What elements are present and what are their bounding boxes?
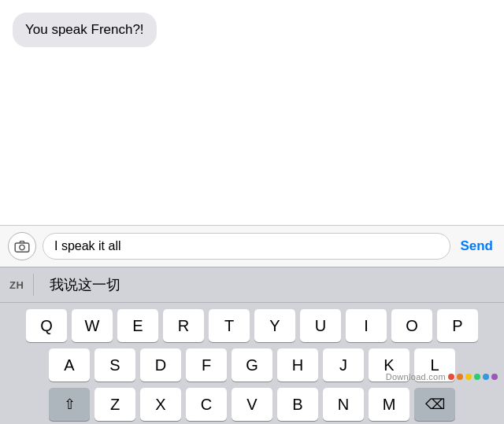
key-X[interactable]: X — [140, 388, 181, 421]
suggestion-bar: ZH 我说这一切 — [0, 267, 504, 303]
key-C[interactable]: C — [186, 388, 227, 421]
camera-icon — [14, 240, 30, 253]
received-message-text: You speak French?! — [25, 22, 144, 37]
chat-area: You speak French?! — [0, 0, 504, 225]
suggestion-text[interactable]: 我说这一切 — [34, 275, 136, 294]
key-I[interactable]: I — [346, 309, 387, 342]
svg-rect-0 — [15, 243, 29, 252]
key-M[interactable]: M — [369, 388, 410, 421]
input-bar: Send — [0, 225, 504, 267]
key-J[interactable]: J — [323, 348, 364, 382]
key-backspace[interactable]: ⌫ — [414, 388, 455, 421]
key-N[interactable]: N — [323, 388, 364, 421]
key-F[interactable]: F — [186, 348, 227, 382]
key-R[interactable]: R — [163, 309, 204, 342]
key-L[interactable]: L — [414, 348, 455, 382]
key-Q[interactable]: Q — [26, 309, 67, 342]
keyboard-row-3: ⇧ Z X C V B N M ⌫ — [3, 388, 501, 421]
svg-point-1 — [20, 245, 24, 249]
key-E[interactable]: E — [117, 309, 158, 342]
message-input[interactable] — [43, 233, 450, 260]
key-O[interactable]: O — [391, 309, 432, 342]
key-shift[interactable]: ⇧ — [49, 388, 90, 421]
suggestion-lang: ZH — [0, 279, 33, 291]
received-bubble: You speak French?! — [13, 13, 157, 47]
key-W[interactable]: W — [72, 309, 113, 342]
key-V[interactable]: V — [232, 388, 272, 421]
key-G[interactable]: G — [232, 348, 272, 382]
key-T[interactable]: T — [209, 309, 250, 342]
send-label: Send — [460, 238, 493, 253]
key-A[interactable]: A — [49, 348, 90, 382]
key-P[interactable]: P — [437, 309, 478, 342]
key-S[interactable]: S — [94, 348, 135, 382]
key-H[interactable]: H — [277, 348, 318, 382]
key-K[interactable]: K — [369, 348, 410, 382]
keyboard-row-2: A S D F G H J K L — [3, 348, 501, 382]
key-Y[interactable]: Y — [254, 309, 295, 342]
keyboard: Q W E R T Y U I O P A S D F G H J K L ⇧ … — [0, 303, 504, 424]
key-Z[interactable]: Z — [94, 388, 135, 421]
camera-button[interactable] — [8, 232, 36, 260]
key-D[interactable]: D — [140, 348, 181, 382]
key-U[interactable]: U — [300, 309, 341, 342]
key-B[interactable]: B — [277, 388, 318, 421]
send-button[interactable]: Send — [457, 238, 496, 254]
keyboard-row-1: Q W E R T Y U I O P — [3, 309, 501, 342]
